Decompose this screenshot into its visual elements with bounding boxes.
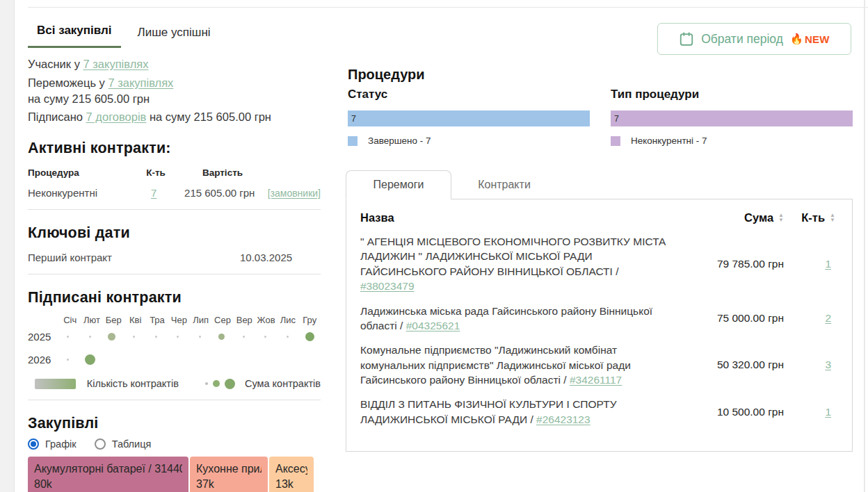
tab-all-purchases[interactable]: Всі закупівлі bbox=[28, 18, 121, 48]
month-label: Гру bbox=[299, 315, 321, 325]
contract-bubble[interactable] bbox=[305, 332, 314, 341]
treemap-cell-value: 13k bbox=[275, 477, 307, 492]
row-count-link[interactable]: 3 bbox=[825, 359, 831, 370]
sort-icon[interactable]: ▲▼ bbox=[778, 213, 784, 222]
contract-bubble[interactable] bbox=[67, 359, 69, 361]
contract-bubble[interactable] bbox=[89, 336, 91, 338]
bubble-cell bbox=[298, 348, 321, 371]
divider bbox=[28, 400, 321, 400]
tab-contracts[interactable]: Контракти bbox=[451, 170, 557, 199]
type-legend-swatch bbox=[611, 136, 620, 146]
col-value: Вартість bbox=[174, 167, 271, 178]
wins-rows: " АГЕНЦІЯ МІСЦЕВОГО ЕКОНОМІЧНОГО РОЗВИТК… bbox=[360, 234, 838, 427]
procedure-name: Неконкурентні bbox=[28, 187, 136, 199]
month-label: Бер bbox=[103, 315, 124, 325]
treemap-cell-name: Акумуляторні батареї / 31440 bbox=[34, 461, 182, 477]
contract-bubble[interactable] bbox=[199, 336, 201, 338]
org-code-link[interactable]: #26423123 bbox=[536, 413, 590, 425]
contract-bubble[interactable] bbox=[243, 336, 245, 338]
bubble-cell bbox=[233, 348, 255, 371]
org-code-link[interactable]: #38023479 bbox=[360, 280, 415, 292]
bubble-cell bbox=[298, 325, 321, 348]
header-sum[interactable]: Сума ▲▼ bbox=[685, 211, 784, 224]
winner-sum-line: на суму 215 605.00 грн bbox=[28, 92, 321, 107]
signed-text: Підписано bbox=[28, 110, 86, 123]
results-panel: Перемоги Контракти Назва Сума ▲▼ К-ть ▲▼… bbox=[346, 170, 853, 452]
wins-table-row: Ладижинська міська рада Гайсинського рай… bbox=[360, 304, 838, 334]
procurement-dashboard: Обрати період 🔥NEW Всі закупівлі Лише ус… bbox=[0, 0, 868, 492]
type-chart-title: Тип процедури bbox=[611, 88, 853, 101]
bubble-row: 2025 bbox=[28, 325, 321, 348]
sort-icon[interactable]: ▲▼ bbox=[830, 213, 835, 222]
summary-stats: Учасник у 7 закупівлях Переможець у 7 за… bbox=[28, 57, 321, 125]
radio-chart-label[interactable]: Графік bbox=[45, 438, 77, 450]
tab-successful-only[interactable]: Лише успішні bbox=[131, 20, 218, 48]
contract-bubble[interactable] bbox=[287, 336, 289, 338]
contract-bubble[interactable] bbox=[177, 336, 179, 338]
customers-link[interactable]: [замовники] bbox=[268, 188, 321, 199]
contract-bubble[interactable] bbox=[108, 333, 115, 341]
col-procedure: Процедура bbox=[28, 167, 138, 178]
row-count-link[interactable]: 2 bbox=[825, 312, 831, 324]
winner-count-link[interactable]: 7 закупівлях bbox=[108, 76, 173, 89]
radio-chart[interactable] bbox=[28, 438, 39, 450]
right-scroll-edge[interactable] bbox=[864, 0, 865, 492]
bubble-cell bbox=[188, 325, 211, 348]
wins-table-row: Комунальне підприємство "Ладижинський ко… bbox=[360, 343, 838, 387]
active-contracts-row: Неконкурентні 7 215 605.00 грн [замовник… bbox=[28, 187, 321, 199]
bubble-row: 2026 bbox=[28, 348, 321, 371]
radio-table-label[interactable]: Таблиця bbox=[112, 438, 152, 450]
type-legend: Неконкурентні - 7 bbox=[611, 136, 853, 146]
header-count[interactable]: К-ть ▲▼ bbox=[784, 211, 838, 224]
type-legend-label: Неконкурентні - 7 bbox=[631, 136, 707, 146]
winner-line: Переможець у 7 закупівлях bbox=[28, 76, 321, 91]
radio-table[interactable] bbox=[95, 438, 106, 450]
org-code-link[interactable]: #04325621 bbox=[406, 320, 460, 331]
signed-contracts-link[interactable]: 7 договорів bbox=[86, 110, 147, 123]
treemap-cell[interactable]: Кухонне прил37k bbox=[190, 457, 268, 492]
procedure-count-link[interactable]: 7 bbox=[151, 187, 156, 199]
count-gradient-swatch bbox=[35, 379, 76, 389]
bubble-cell bbox=[233, 325, 255, 348]
participant-count-link[interactable]: 7 закупівлях bbox=[83, 58, 148, 70]
purchases-treemap: Акумуляторні батареї / 3144080kКухонне п… bbox=[28, 457, 321, 492]
purchases-title: Закупівлі bbox=[28, 415, 321, 432]
row-sum: 79 785.00 грн bbox=[685, 258, 784, 270]
row-count-link[interactable]: 1 bbox=[825, 406, 831, 418]
bubble-cell bbox=[123, 348, 145, 371]
month-label: Кві bbox=[124, 315, 146, 325]
row-count: 2 bbox=[784, 312, 838, 325]
tab-wins[interactable]: Перемоги bbox=[346, 170, 451, 199]
active-contracts-header: Процедура К-ть Вартість bbox=[28, 167, 321, 178]
contract-bubble[interactable] bbox=[67, 336, 69, 338]
row-count: 1 bbox=[784, 258, 838, 270]
wins-table-panel: Назва Сума ▲▼ К-ть ▲▼ " АГЕНЦІЯ МІСЦЕВОГ… bbox=[346, 199, 853, 452]
divider bbox=[28, 274, 321, 274]
status-bar-value: 7 bbox=[351, 114, 356, 124]
select-period-button[interactable]: Обрати період 🔥NEW bbox=[657, 23, 851, 55]
month-label: Вер bbox=[234, 315, 255, 325]
fire-icon: 🔥 bbox=[790, 33, 803, 45]
procedures-title: Процедури bbox=[348, 67, 853, 83]
procedures-charts: Статус 7 Завершено - 7 Тип процедури 7 Н… bbox=[348, 88, 853, 146]
customers-cell: [замовники] bbox=[268, 188, 321, 199]
contract-bubble-grid: 20252026 bbox=[28, 325, 321, 371]
contract-bubble[interactable] bbox=[85, 354, 95, 365]
status-bar[interactable]: 7 bbox=[348, 110, 590, 126]
treemap-cell[interactable]: Акумуляторні батареї / 3144080k bbox=[28, 457, 188, 492]
results-tabs: Перемоги Контракти bbox=[346, 170, 853, 199]
months-row: СічЛютБерКвіТраЧерЛипСерВерЖовЛисГру bbox=[59, 315, 321, 325]
treemap-cell[interactable]: Аксесуа13k bbox=[269, 457, 314, 492]
wins-table-row: " АГЕНЦІЯ МІСЦЕВОГО ЕКОНОМІЧНОГО РОЗВИТК… bbox=[360, 234, 838, 294]
signed-contracts-title: Підписані контракти bbox=[28, 289, 321, 306]
contract-bubble[interactable] bbox=[155, 336, 157, 338]
row-count-link[interactable]: 1 bbox=[825, 258, 831, 270]
bubble-cell bbox=[101, 325, 123, 348]
contract-bubble[interactable] bbox=[264, 336, 266, 338]
legend-dot bbox=[225, 379, 235, 389]
winner-text: Переможець у bbox=[28, 76, 108, 89]
contract-bubble[interactable] bbox=[218, 334, 225, 340]
type-bar[interactable]: 7 bbox=[611, 110, 853, 126]
org-code-link[interactable]: #34261117 bbox=[570, 374, 622, 386]
contract-bubble[interactable] bbox=[133, 336, 135, 338]
